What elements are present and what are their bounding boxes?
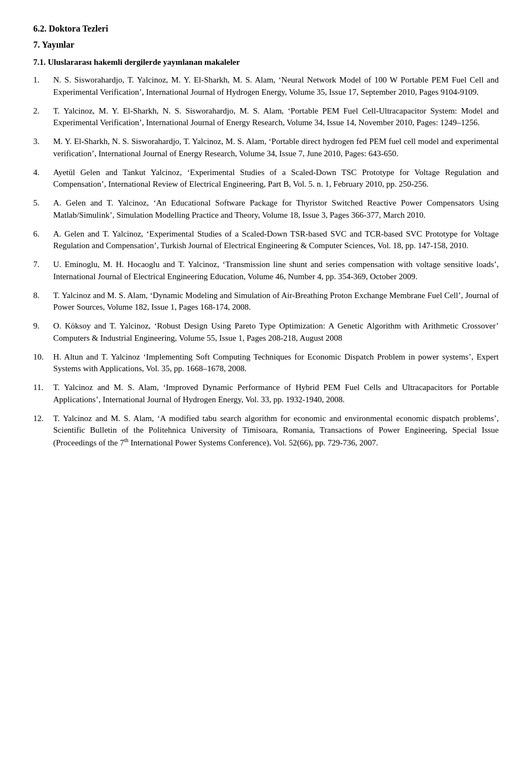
publication-number: 9.	[33, 320, 53, 345]
doctoral-section-heading: 6.2. Doktora Tezleri	[33, 22, 499, 35]
publication-number: 11.	[33, 382, 53, 406]
list-item: 10.H. Altun and T. Yalcinoz ‘Implementin…	[33, 351, 499, 376]
list-item: 7.U. Eminoglu, M. H. Hocaoglu and T. Yal…	[33, 259, 499, 283]
publication-number: 4.	[33, 167, 53, 191]
publication-text: T. Yalcinoz, M. Y. El-Sharkh, N. S. Sisw…	[53, 105, 499, 130]
international-publications-heading: 7.1. Uluslararası hakemli dergilerde yay…	[33, 57, 499, 69]
publication-number: 8.	[33, 290, 53, 314]
publication-number: 2.	[33, 105, 53, 130]
publication-number: 10.	[33, 351, 53, 376]
publication-number: 5.	[33, 197, 53, 222]
publication-number: 1.	[33, 74, 53, 99]
list-item: 2.T. Yalcinoz, M. Y. El-Sharkh, N. S. Si…	[33, 105, 499, 130]
publication-text: T. Yalcinoz and M. S. Alam, ‘A modified …	[53, 413, 499, 449]
publication-text: N. S. Sisworahardjo, T. Yalcinoz, M. Y. …	[53, 74, 499, 99]
list-item: 5.A. Gelen and T. Yalcinoz, ‘An Educatio…	[33, 197, 499, 222]
list-item: 9.O. Köksoy and T. Yalcinoz, ‘Robust Des…	[33, 320, 499, 345]
list-item: 3.M. Y. El-Sharkh, N. S. Sisworahardjo, …	[33, 136, 499, 160]
list-item: 8.T. Yalcinoz and M. S. Alam, ‘Dynamic M…	[33, 290, 499, 314]
publication-number: 7.	[33, 259, 53, 283]
list-item: 4.Ayetül Gelen and Tankut Yalcinoz, ‘Exp…	[33, 167, 499, 191]
list-item: 1.N. S. Sisworahardjo, T. Yalcinoz, M. Y…	[33, 74, 499, 99]
publication-text: A. Gelen and T. Yalcinoz, ‘Experimental …	[53, 228, 499, 253]
publication-text: T. Yalcinoz and M. S. Alam, ‘Dynamic Mod…	[53, 290, 499, 314]
publication-text: M. Y. El-Sharkh, N. S. Sisworahardjo, T.…	[53, 136, 499, 160]
publications-list: 1.N. S. Sisworahardjo, T. Yalcinoz, M. Y…	[33, 74, 499, 449]
list-item: 11.T. Yalcinoz and M. S. Alam, ‘Improved…	[33, 382, 499, 406]
publication-number: 3.	[33, 136, 53, 160]
publication-text: H. Altun and T. Yalcinoz ‘Implementing S…	[53, 351, 499, 376]
superscript: th	[124, 437, 129, 443]
publication-text: Ayetül Gelen and Tankut Yalcinoz, ‘Exper…	[53, 167, 499, 191]
publication-text: T. Yalcinoz and M. S. Alam, ‘Improved Dy…	[53, 382, 499, 406]
list-item: 12.T. Yalcinoz and M. S. Alam, ‘A modifi…	[33, 413, 499, 449]
publication-text: U. Eminoglu, M. H. Hocaoglu and T. Yalci…	[53, 259, 499, 283]
publication-text: A. Gelen and T. Yalcinoz, ‘An Educationa…	[53, 197, 499, 222]
publication-text: O. Köksoy and T. Yalcinoz, ‘Robust Desig…	[53, 320, 499, 345]
publications-heading: 7. Yayınlar	[33, 38, 499, 51]
publication-number: 6.	[33, 228, 53, 253]
publication-number: 12.	[33, 413, 53, 449]
list-item: 6.A. Gelen and T. Yalcinoz, ‘Experimenta…	[33, 228, 499, 253]
